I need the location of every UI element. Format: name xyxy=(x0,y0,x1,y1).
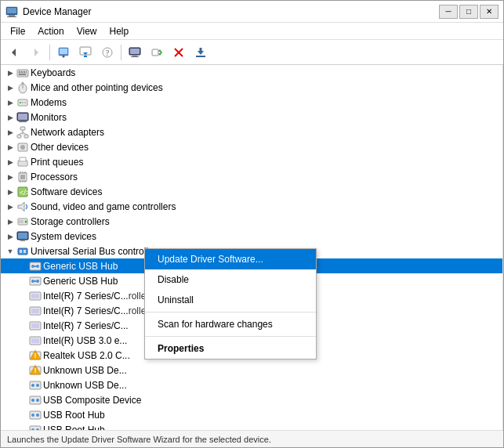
tree-item-unknown-usb-2[interactable]: ! Unknown USB De... xyxy=(1,363,502,378)
svg-rect-2 xyxy=(9,15,15,16)
tree-item-other[interactable]: ▶ Other devices xyxy=(1,139,502,154)
tree-item-print[interactable]: ▶ Print queues xyxy=(1,154,502,169)
ctx-scan[interactable]: Scan for hardware changes xyxy=(145,314,316,334)
software-toggle[interactable]: ▶ xyxy=(4,184,16,199)
generic-usb-2-label: Generic USB Hub xyxy=(43,276,118,287)
unknown-usb-2-label: Unknown USB De... xyxy=(43,365,127,376)
sound-icon xyxy=(16,201,29,213)
modems-toggle[interactable]: ▶ xyxy=(4,95,16,110)
storage-toggle[interactable]: ▶ xyxy=(4,214,16,229)
svg-rect-42 xyxy=(18,114,27,120)
tree-item-usb-root-1[interactable]: USB Composite Device xyxy=(1,392,502,407)
svg-rect-3 xyxy=(7,16,16,17)
menu-bar: File Action View Help xyxy=(1,23,503,40)
delete-button[interactable] xyxy=(169,42,189,63)
svg-marker-5 xyxy=(34,49,38,56)
usb-root-xhci-label: USB Root Hub xyxy=(43,425,105,431)
svg-point-52 xyxy=(20,145,25,150)
sound-toggle[interactable]: ▶ xyxy=(4,199,16,214)
tree-item-mice[interactable]: ▶ Mice and other pointing devices xyxy=(1,80,502,95)
generic-usb-2-icon xyxy=(29,275,42,287)
svg-rect-30 xyxy=(21,71,23,73)
svg-point-68 xyxy=(25,220,27,222)
print-toggle[interactable]: ▶ xyxy=(4,154,16,169)
ctx-disable-label: Disable xyxy=(158,274,189,285)
usb-hub-icon xyxy=(16,245,29,258)
svg-rect-25 xyxy=(200,48,202,52)
device-tree[interactable]: ▶ Keyboards ▶ Mice and other pointing de… xyxy=(1,65,503,430)
usb-composite-icon xyxy=(29,379,42,392)
software-icon: </> xyxy=(16,186,29,198)
back-button[interactable] xyxy=(4,42,24,63)
tree-item-network[interactable]: ▶ Network adapters xyxy=(1,125,502,139)
menu-help[interactable]: Help xyxy=(103,24,136,38)
processors-icon xyxy=(16,171,29,183)
print-icon xyxy=(16,156,29,168)
svg-text:!: ! xyxy=(34,352,37,359)
minimize-button[interactable]: ─ xyxy=(439,5,458,19)
tree-item-keyboards[interactable]: ▶ Keyboards xyxy=(1,65,502,80)
update-driver-button[interactable] xyxy=(75,42,96,63)
intel-7s-1-label: Intel(R) 7 Series/C... xyxy=(43,291,129,302)
usb-label: Universal Serial Bus controllers xyxy=(31,246,161,257)
processors-label: Processors xyxy=(31,172,78,182)
intel-usb3-label: Intel(R) 7 Series/C... xyxy=(43,320,129,331)
ctx-uninstall[interactable]: Uninstall xyxy=(145,290,316,310)
svg-text:!: ! xyxy=(34,367,37,374)
tree-item-usb-root-2[interactable]: USB Root Hub xyxy=(1,407,502,422)
tree-item-usb-root-xhci[interactable]: USB Root Hub xyxy=(1,422,502,430)
tree-item-sound[interactable]: ▶ Sound, video and game controllers xyxy=(1,199,502,214)
tree-item-software[interactable]: ▶ </> Software devices xyxy=(1,184,502,199)
keyboards-toggle[interactable]: ▶ xyxy=(4,65,16,80)
monitors-toggle[interactable]: ▶ xyxy=(4,110,16,125)
menu-view[interactable]: View xyxy=(71,24,103,38)
toolbar: ? xyxy=(1,40,503,65)
tree-item-modems[interactable]: ▶ Modems xyxy=(1,95,502,110)
svg-point-100 xyxy=(31,384,34,387)
mice-toggle[interactable]: ▶ xyxy=(4,80,16,95)
tree-item-storage[interactable]: ▶ Storage controllers xyxy=(1,214,502,229)
ctx-update-driver[interactable]: Update Driver Software... xyxy=(145,249,316,269)
network-toggle[interactable]: ▶ xyxy=(4,125,16,139)
svg-rect-32 xyxy=(26,71,27,73)
download-button[interactable] xyxy=(190,42,211,63)
device-manager-window: Device Manager ─ □ ✕ File Action View He… xyxy=(0,0,504,448)
software-label: Software devices xyxy=(31,186,102,197)
scan-button[interactable] xyxy=(147,42,167,63)
processors-toggle[interactable]: ▶ xyxy=(4,169,16,184)
system-toggle[interactable]: ▶ xyxy=(4,229,16,244)
properties-button[interactable] xyxy=(53,42,74,63)
forward-button[interactable] xyxy=(26,42,46,63)
tree-item-monitors[interactable]: ▶ Monitors xyxy=(1,110,502,125)
svg-rect-54 xyxy=(20,157,26,161)
svg-rect-75 xyxy=(20,250,22,253)
svg-rect-57 xyxy=(20,175,25,179)
svg-rect-92 xyxy=(31,338,39,343)
ctx-disable[interactable]: Disable xyxy=(145,269,316,290)
tree-item-usb-composite[interactable]: Unknown USB De... xyxy=(1,378,502,392)
tree-item-processors[interactable]: ▶ Processors xyxy=(1,169,502,184)
tree-item-system[interactable]: ▶ System devices xyxy=(1,229,502,244)
svg-rect-20 xyxy=(153,50,158,55)
help-button[interactable]: ? xyxy=(97,42,118,63)
menu-file[interactable]: File xyxy=(4,24,31,38)
svg-text:</>: </> xyxy=(20,189,29,197)
toolbar-sep-2 xyxy=(121,45,121,60)
ctx-properties[interactable]: Properties xyxy=(145,338,316,359)
svg-rect-47 xyxy=(24,135,28,138)
status-text: Launches the Update Driver Software Wiza… xyxy=(7,435,271,444)
system-icon xyxy=(16,230,29,243)
computer-button[interactable] xyxy=(125,42,145,63)
svg-line-50 xyxy=(23,132,27,135)
toolbar-sep-1 xyxy=(49,45,50,60)
menu-action[interactable]: Action xyxy=(31,24,70,38)
window-icon xyxy=(5,5,18,18)
svg-rect-46 xyxy=(17,135,21,138)
other-toggle[interactable]: ▶ xyxy=(4,139,16,154)
maximize-button[interactable]: □ xyxy=(459,5,478,19)
monitors-icon xyxy=(16,111,29,124)
usb-root-2-icon xyxy=(29,409,42,421)
close-button[interactable]: ✕ xyxy=(480,5,499,19)
svg-point-38 xyxy=(20,102,21,103)
usb-toggle[interactable]: ▼ xyxy=(4,244,16,258)
